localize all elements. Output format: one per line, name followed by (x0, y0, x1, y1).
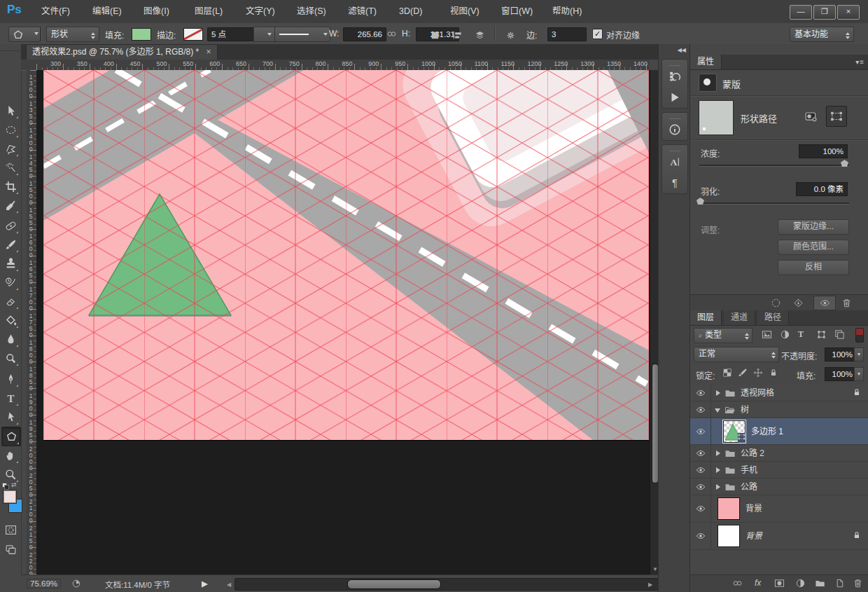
panel-menu-icon[interactable]: ▾≡ (855, 58, 864, 66)
apply-mask-icon[interactable] (793, 298, 804, 308)
path-operations-button[interactable] (426, 27, 444, 43)
new-group-folder-icon[interactable] (815, 578, 825, 588)
canvas-artwork[interactable] (43, 70, 649, 440)
layer-row-5[interactable]: 手机 (690, 462, 868, 479)
feather-value[interactable]: 0.0 像素 (796, 182, 848, 196)
scroll-left-arrow-icon[interactable]: ◀ (227, 582, 231, 588)
collapse-arrow-icon[interactable] (715, 408, 720, 413)
filter-smart-objects-icon[interactable] (834, 329, 845, 340)
fill-color-swatch[interactable] (132, 28, 151, 41)
swap-colors-icon[interactable]: ⇄ (11, 481, 17, 488)
layer-name[interactable]: 公路 2 (741, 448, 764, 458)
menu-10[interactable]: 窗口(W) (493, 0, 540, 23)
opacity-dropdown-arrow[interactable]: ▾ (854, 347, 864, 362)
vertical-ruler[interactable]: 1300135014001450150015501600165017001750… (27, 70, 37, 574)
mask-visibility-eye-icon[interactable] (813, 296, 836, 310)
menu-2[interactable]: 编辑(E) (85, 0, 130, 23)
document-tab[interactable]: 透视效果2.psd @ 75.7% (多边形 1, RGB/8) * × (26, 44, 218, 60)
menu-6[interactable]: 选择(S) (289, 0, 334, 23)
horizontal-scrollbar-thumb[interactable] (347, 579, 441, 589)
new-adjustment-layer-icon[interactable] (795, 578, 806, 588)
magic-wand-tool[interactable] (1, 158, 20, 177)
horizontal-scrollbar[interactable] (234, 578, 668, 591)
tab-channels[interactable]: 通道 (724, 310, 755, 325)
layer-row-8[interactable]: 背景 (690, 523, 868, 550)
panel-button-paragraph-icon[interactable]: ¶ (662, 172, 687, 193)
dodge-tool[interactable] (1, 349, 20, 367)
layer-thumbnail[interactable] (723, 420, 746, 443)
layer-name[interactable]: 透视网格 (741, 388, 774, 398)
expand-panels-icon[interactable]: ◀◀ (678, 47, 686, 53)
layer-row-6[interactable]: 公路 (690, 479, 868, 495)
filter-kind-dropdown[interactable]: ⌕ 类型 (694, 328, 752, 343)
menu-1[interactable]: 文件(F) (34, 0, 78, 23)
layer-style-fx-icon[interactable]: fx (755, 578, 761, 588)
menu-9[interactable]: 视图(V) (442, 0, 487, 23)
add-pixel-mask-button[interactable] (802, 109, 820, 124)
screen-mode-button[interactable] (1, 540, 20, 558)
tab-properties[interactable]: 属性 (690, 55, 722, 69)
default-colors-icon[interactable] (2, 483, 8, 489)
zoom-level-field[interactable]: 75.69% (27, 579, 61, 588)
horizontal-ruler[interactable]: 3003504004505005506006507007508008509009… (36, 60, 650, 71)
fill-dropdown-arrow[interactable]: ▾ (854, 367, 864, 381)
layer-visibility-eye-icon[interactable] (690, 418, 711, 444)
clone-stamp-tool[interactable] (1, 254, 20, 273)
mask-thumbnail[interactable] (699, 100, 734, 135)
filter-type-layers-icon[interactable]: T (798, 329, 804, 340)
layer-name[interactable]: 背景 (746, 504, 762, 514)
link-dimensions-icon[interactable] (386, 29, 397, 39)
move-tool[interactable] (1, 102, 20, 120)
polygonal-lasso-tool[interactable] (1, 139, 20, 158)
filter-pixel-layers-icon[interactable] (762, 329, 772, 340)
canvas-viewport[interactable] (36, 70, 650, 574)
layer-row-4[interactable]: 公路 2 (690, 445, 868, 462)
eyedropper-tool[interactable] (1, 196, 20, 214)
gear-icon[interactable] (501, 27, 519, 43)
panel-button-history-icon[interactable] (662, 66, 687, 87)
healing-brush-tool[interactable] (1, 216, 20, 235)
layer-name[interactable]: 多边形 1 (751, 427, 783, 436)
history-brush-tool[interactable] (1, 273, 20, 291)
crop-tool[interactable] (1, 177, 20, 195)
feather-slider[interactable] (699, 202, 849, 205)
scroll-down-arrow-icon[interactable]: ▼ (652, 567, 658, 572)
tab-layers[interactable]: 图层 (690, 310, 722, 325)
menu-4[interactable]: 图层(L) (187, 0, 230, 23)
brush-tool[interactable] (1, 235, 20, 254)
status-flyout-icon[interactable]: ▶ (202, 579, 208, 588)
feather-slider-thumb[interactable] (696, 198, 704, 205)
path-selection-tool[interactable] (1, 408, 20, 426)
link-layers-icon[interactable] (732, 578, 743, 588)
density-slider[interactable] (699, 165, 849, 167)
add-layer-mask-icon[interactable] (774, 578, 785, 588)
scroll-right-arrow-icon[interactable]: ▶ (648, 582, 652, 588)
sides-field[interactable]: 3 (547, 27, 587, 41)
density-slider-thumb[interactable] (841, 160, 848, 167)
invert-button[interactable]: 反相 (778, 260, 849, 275)
panel-button-character-icon[interactable]: A (662, 151, 687, 172)
tools-panel-header[interactable] (0, 44, 21, 51)
path-arrangement-button[interactable] (470, 27, 489, 43)
tab-close-icon[interactable]: × (206, 47, 211, 57)
opacity-value[interactable]: 100% (825, 347, 857, 362)
panel-button-actions-icon[interactable] (662, 87, 687, 108)
new-layer-icon[interactable] (834, 578, 845, 588)
filter-adjustment-layers-icon[interactable] (780, 329, 790, 340)
blend-mode-dropdown[interactable]: 正常 (694, 347, 779, 362)
polygon-tool[interactable] (1, 427, 21, 446)
fill-value[interactable]: 100% (825, 367, 857, 381)
layer-visibility-eye-icon[interactable] (690, 385, 711, 401)
quick-mask-mode-button[interactable] (1, 521, 20, 539)
layer-visibility-eye-icon[interactable] (690, 401, 711, 418)
stroke-width-field[interactable]: 5 点 (207, 27, 258, 41)
layer-row-3[interactable]: 多边形 1 (690, 418, 868, 445)
path-alignment-button[interactable] (448, 27, 466, 43)
zoom-tool[interactable] (1, 465, 20, 483)
delete-layer-trash-icon[interactable] (853, 578, 863, 588)
filter-shape-layers-icon[interactable] (816, 329, 827, 340)
layer-visibility-eye-icon[interactable] (690, 479, 711, 495)
menu-5[interactable]: 文字(Y) (238, 0, 283, 23)
filter-toggle-switch[interactable] (855, 328, 864, 343)
lock-all-icon[interactable] (769, 368, 778, 378)
